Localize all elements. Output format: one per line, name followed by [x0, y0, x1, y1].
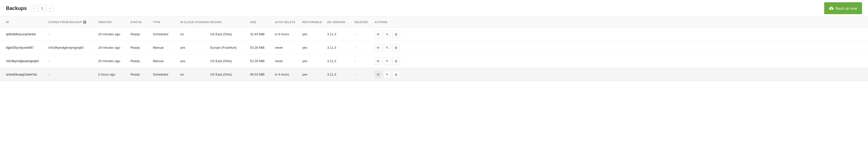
edit-button[interactable]: ✎ [383, 57, 391, 65]
cell-type: Scheduled [153, 32, 180, 36]
col-created: CREATED [98, 20, 130, 24]
cell-db-version: 3.11.3 [327, 32, 354, 36]
cell-in-cloud-storage: yes [180, 46, 210, 49]
restore-tooltip-wrapper: ⟳ [374, 31, 382, 38]
pagination-next-btn[interactable]: › [46, 5, 54, 12]
col-db-version: DB VERSION [327, 20, 354, 24]
backup-now-button[interactable]: Back up now [824, 2, 862, 14]
cell-region: US East (Ohio) [210, 73, 250, 76]
cell-deleted: - [354, 32, 374, 36]
cell-db-version: 3.11.3 [327, 46, 354, 49]
cell-size: 46.53 MiB [250, 73, 275, 76]
cell-region: US East (Ohio) [210, 59, 250, 63]
col-region: REGION [210, 20, 250, 24]
cell-db-version: 3.11.3 [327, 59, 354, 63]
col-type: TYPE [153, 20, 180, 24]
cell-restorable: yes [302, 73, 327, 76]
cell-created: 20 minutes ago [98, 59, 130, 63]
col-restorable: RESTORABLE [302, 20, 327, 24]
cell-restorable: yes [302, 32, 327, 36]
cell-in-cloud-storage: yes [180, 59, 210, 63]
cell-id: ktjpk03lycmjcxetr987 [6, 46, 48, 49]
cell-created: 19 minutes ago [98, 46, 130, 49]
cell-status: Ready [130, 46, 153, 49]
cell-actions: ⟳✎🗑 [374, 44, 414, 51]
copied-from-info-icon[interactable]: i [83, 20, 86, 24]
cell-id: qb9ztddtnyrucqmbnktx [6, 33, 48, 36]
restore-button[interactable]: ⟳ [374, 31, 382, 38]
backup-now-label: Back up now [836, 6, 857, 10]
cell-status: Ready [130, 32, 153, 36]
cell-auto-delete: in 6 hours [275, 32, 302, 36]
restore-tooltip-wrapper: ⟳Restore backup. Note that this will ove… [374, 71, 382, 78]
delete-button[interactable]: 🗑 [393, 57, 400, 65]
cell-type: Manual [153, 59, 180, 63]
cell-copied-from: - [48, 73, 98, 76]
pagination-current: 1 [39, 5, 45, 12]
col-copied-from: COPIED FROM BACKUP i [48, 20, 98, 24]
restore-button[interactable]: ⟳ [374, 71, 382, 78]
edit-button[interactable]: ✎ [383, 31, 391, 38]
cell-region: Europe (Frankfurt) [210, 46, 250, 49]
table-row: amtoef3ruwpj13wrb7an-2 hours agoReadySch… [0, 68, 868, 81]
cell-db-version: 3.11.3 [327, 73, 354, 76]
edit-button[interactable]: ✎ [383, 71, 391, 78]
cell-in-cloud-storage: no [180, 32, 210, 36]
cell-type: Manual [153, 46, 180, 49]
cell-auto-delete: never [275, 46, 302, 49]
pagination-prev-btn[interactable]: ‹ [31, 5, 38, 12]
cell-auto-delete: in 4 hours [275, 73, 302, 76]
cell-deleted: - [354, 59, 374, 63]
cell-copied-from: m0c9kymdgbvejmgisqk0 [48, 46, 98, 49]
restore-button[interactable]: ⟳ [374, 44, 382, 51]
restore-tooltip-wrapper: ⟳ [374, 44, 382, 51]
restore-button[interactable]: ⟳ [374, 57, 382, 65]
cell-id: m0c9kymdgbvejmgisqk0 [6, 59, 48, 63]
page-title: Backups [6, 5, 27, 11]
header: Backups ‹ 1 › Back up now [0, 0, 868, 17]
cell-actions: ⟳✎🗑 [374, 31, 414, 38]
cell-actions: ⟳Restore backup. Note that this will ove… [374, 71, 414, 78]
cell-in-cloud-storage: no [180, 73, 210, 76]
delete-button[interactable]: 🗑 [393, 31, 400, 38]
cell-size: 53.28 MiB [250, 46, 275, 49]
cloud-upload-icon [829, 6, 834, 10]
col-actions: ACTIONS [374, 20, 414, 24]
cell-restorable: yes [302, 46, 327, 49]
cell-status: Ready [130, 59, 153, 63]
table-header: ID COPIED FROM BACKUP i CREATED STATUS T… [0, 17, 868, 28]
cell-copied-from: - [48, 59, 98, 63]
col-id: ID [6, 20, 48, 24]
pagination: ‹ 1 › [31, 5, 54, 12]
restore-tooltip-wrapper: ⟳ [374, 57, 382, 65]
cell-auto-delete: never [275, 59, 302, 63]
cell-status: Ready [130, 73, 153, 76]
delete-button[interactable]: 🗑 [393, 71, 400, 78]
col-in-cloud-storage: IN CLOUD STORAGE [180, 20, 210, 24]
cell-size: 32.44 MiB [250, 32, 275, 36]
edit-button[interactable]: ✎ [383, 44, 391, 51]
cell-region: US East (Ohio) [210, 32, 250, 36]
cell-deleted: - [354, 73, 374, 76]
table-row: ktjpk03lycmjcxetr987m0c9kymdgbvejmgisqk0… [0, 41, 868, 54]
cell-type: Scheduled [153, 73, 180, 76]
table-body: qb9ztddtnyrucqmbnktx-10 minutes agoReady… [0, 28, 868, 81]
col-status: STATUS [130, 20, 153, 24]
col-deleted: DELETED [354, 20, 374, 24]
table-row: qb9ztddtnyrucqmbnktx-10 minutes agoReady… [0, 28, 868, 41]
cell-created: 2 hours ago [98, 73, 130, 76]
cell-size: 53.28 MiB [250, 59, 275, 63]
col-size: SIZE [250, 20, 275, 24]
cell-id: amtoef3ruwpj13wrb7an [6, 73, 48, 76]
cell-copied-from: - [48, 32, 98, 36]
col-auto-delete: AUTO-DELETE [275, 20, 302, 24]
cell-actions: ⟳✎🗑 [374, 57, 414, 65]
table-row: m0c9kymdgbvejmgisqk0-20 minutes agoReady… [0, 54, 868, 68]
cell-deleted: - [354, 46, 374, 49]
cell-created: 10 minutes ago [98, 32, 130, 36]
cell-restorable: yes [302, 59, 327, 63]
delete-button[interactable]: 🗑 [393, 44, 400, 51]
